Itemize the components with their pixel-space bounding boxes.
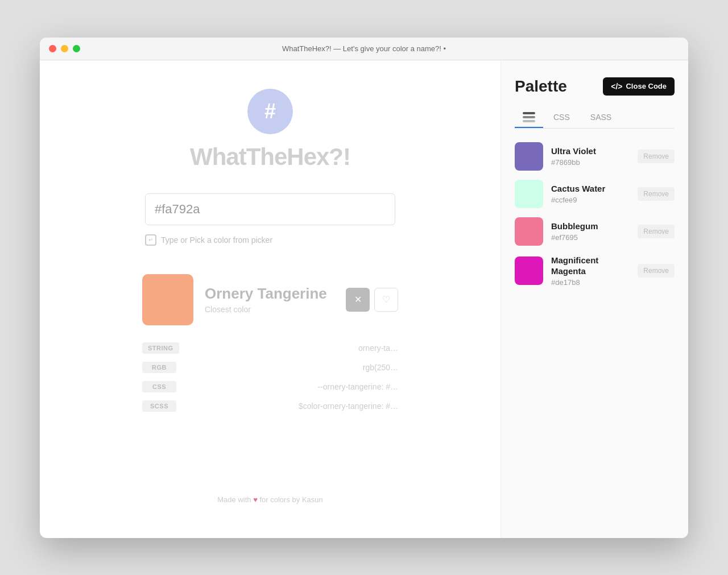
string-row: STRING ornery-ta… bbox=[142, 342, 398, 354]
scss-label: SCSS bbox=[142, 400, 176, 412]
rgb-label: RGB bbox=[142, 362, 176, 373]
tab-layers[interactable] bbox=[515, 107, 543, 128]
input-hint: ↵ Type or Pick a color from picker bbox=[145, 234, 272, 246]
minimize-window-button[interactable] bbox=[61, 45, 68, 52]
hint-text: Type or Pick a color from picker bbox=[161, 235, 272, 245]
footer-text-before: Made with bbox=[217, 495, 251, 504]
remove-ultra-violet-button[interactable]: Remove bbox=[638, 150, 675, 163]
footer: Made with ♥ for colors by Kasun bbox=[217, 473, 323, 515]
app-window: WhatTheHex?! — Let's give your color a n… bbox=[40, 38, 688, 538]
magnificent-magenta-hex: #de17b8 bbox=[551, 278, 630, 287]
titlebar: WhatTheHex?! — Let's give your color a n… bbox=[40, 38, 688, 60]
window-title: WhatTheHex?! — Let's give your color a n… bbox=[282, 44, 446, 53]
palette-item: Bubblegum #ef7695 Remove bbox=[515, 217, 675, 246]
bubblegum-name: Bubblegum bbox=[551, 221, 630, 232]
remove-cactus-water-button[interactable]: Remove bbox=[638, 187, 675, 201]
color-input-container bbox=[145, 193, 395, 225]
scss-row: SCSS $color-ornery-tangerine: #… bbox=[142, 400, 398, 412]
bubblegum-info: Bubblegum #ef7695 bbox=[551, 221, 630, 242]
palette-tabs: CSS SASS bbox=[515, 107, 675, 129]
close-code-button[interactable]: </> Close Code bbox=[603, 77, 675, 96]
palette-item: Ultra Violet #7869bb Remove bbox=[515, 142, 675, 171]
color-name-block: Ornery Tangerine Closest color bbox=[205, 285, 334, 314]
info-rows: STRING ornery-ta… RGB rgb(250… CSS --orn… bbox=[142, 342, 398, 420]
magnificent-magenta-info: Magnificent Magenta #de17b8 bbox=[551, 255, 630, 287]
remove-magnificent-magenta-button[interactable]: Remove bbox=[638, 264, 675, 278]
css-row: CSS --ornery-tangerine: #… bbox=[142, 381, 398, 392]
css-value: --ornery-tangerine: #… bbox=[317, 382, 398, 391]
right-panel: Palette </> Close Code CSS SASS bbox=[500, 60, 688, 538]
ultra-violet-swatch bbox=[515, 142, 543, 171]
palette-item: Magnificent Magenta #de17b8 Remove bbox=[515, 255, 675, 287]
css-label: CSS bbox=[142, 381, 176, 392]
scss-value: $color-ornery-tangerine: #… bbox=[299, 402, 398, 411]
close-code-label: Close Code bbox=[626, 82, 667, 90]
ultra-violet-name: Ultra Violet bbox=[551, 146, 630, 157]
ultra-violet-hex: #7869bb bbox=[551, 158, 630, 167]
dismiss-button[interactable]: ✕ bbox=[346, 288, 370, 312]
layers-icon bbox=[523, 112, 535, 122]
cactus-water-info: Cactus Water #ccfee9 bbox=[551, 183, 630, 204]
magnificent-magenta-name: Magnificent Magenta bbox=[551, 255, 630, 277]
remove-bubblegum-button[interactable]: Remove bbox=[638, 225, 675, 238]
app-logo: # bbox=[247, 89, 293, 134]
logo-symbol: # bbox=[264, 101, 276, 122]
layer-bar-1 bbox=[523, 112, 535, 114]
color-swatch bbox=[142, 274, 193, 325]
color-result-card: Ornery Tangerine Closest color ✕ ♡ bbox=[142, 274, 398, 325]
cactus-water-name: Cactus Water bbox=[551, 183, 630, 195]
bubblegum-hex: #ef7695 bbox=[551, 233, 630, 242]
app-title: WhatTheHex?! bbox=[190, 143, 350, 171]
palette-item: Cactus Water #ccfee9 Remove bbox=[515, 180, 675, 208]
cactus-water-hex: #ccfee9 bbox=[551, 196, 630, 204]
rgb-value: rgb(250… bbox=[363, 363, 398, 372]
cactus-water-swatch bbox=[515, 180, 543, 208]
maximize-window-button[interactable] bbox=[73, 45, 80, 52]
hint-icon: ↵ bbox=[145, 234, 156, 246]
palette-items: Ultra Violet #7869bb Remove Cactus Water… bbox=[515, 142, 675, 287]
color-subtitle: Closest color bbox=[205, 305, 334, 314]
bubblegum-swatch bbox=[515, 217, 543, 246]
main-layout: # WhatTheHex?! ↵ Type or Pick a color fr… bbox=[40, 60, 688, 538]
ultra-violet-info: Ultra Violet #7869bb bbox=[551, 146, 630, 167]
heart-icon: ♥ bbox=[253, 495, 259, 504]
close-window-button[interactable] bbox=[49, 45, 56, 52]
footer-text-after: for colors by Kasun bbox=[259, 495, 322, 504]
string-value: ornery-ta… bbox=[358, 344, 398, 353]
color-name: Ornery Tangerine bbox=[205, 285, 334, 303]
color-input[interactable] bbox=[145, 193, 395, 225]
favorite-button[interactable]: ♡ bbox=[374, 288, 398, 312]
string-label: STRING bbox=[142, 342, 179, 354]
card-actions: ✕ ♡ bbox=[346, 288, 398, 312]
palette-header: Palette </> Close Code bbox=[515, 77, 675, 96]
tab-css[interactable]: CSS bbox=[543, 107, 580, 129]
left-panel: # WhatTheHex?! ↵ Type or Pick a color fr… bbox=[40, 60, 500, 538]
layer-bar-3 bbox=[523, 120, 535, 122]
layer-bar-2 bbox=[523, 116, 535, 118]
window-controls bbox=[49, 45, 80, 52]
rgb-row: RGB rgb(250… bbox=[142, 362, 398, 373]
code-icon: </> bbox=[611, 82, 622, 91]
palette-title: Palette bbox=[515, 77, 567, 96]
tab-sass[interactable]: SASS bbox=[580, 107, 622, 129]
magnificent-magenta-swatch bbox=[515, 257, 543, 285]
